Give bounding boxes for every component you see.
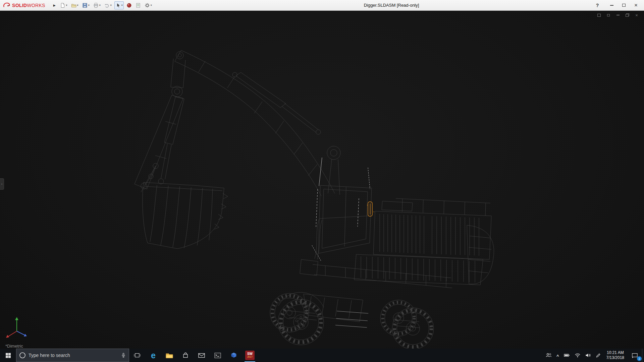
edge-button[interactable]: e xyxy=(145,349,161,362)
maximize-button[interactable] xyxy=(619,2,629,9)
task-view-icon xyxy=(134,353,141,358)
pen-button[interactable] xyxy=(593,349,603,362)
desktop-screen: SOLIDWORKS ▶ ▾ ▾ ▾ xyxy=(0,0,644,362)
cad-cube-icon xyxy=(230,352,237,359)
show-desktop-button[interactable] xyxy=(642,349,644,362)
taskbar: e xyxy=(0,349,644,362)
wireframe-model[interactable] xyxy=(0,11,644,349)
select-tool-button[interactable]: ▾ xyxy=(114,1,124,9)
solidworks-icon: SW 2017 xyxy=(245,351,255,360)
design-table-icon xyxy=(136,3,141,8)
design-table-button[interactable] xyxy=(135,1,142,9)
undo-button[interactable]: ▾ xyxy=(103,1,113,9)
file-explorer-icon xyxy=(166,353,173,358)
action-center-button[interactable]: 2 xyxy=(628,349,642,362)
appearance-button[interactable] xyxy=(125,1,133,9)
people-button[interactable] xyxy=(543,349,554,362)
volume-icon xyxy=(585,353,591,358)
cad-cube-app-button[interactable] xyxy=(226,349,242,362)
save-button[interactable]: ▾ xyxy=(81,1,91,9)
solidworks-taskbar-button[interactable]: SW 2017 xyxy=(242,349,258,362)
battery-icon xyxy=(564,353,570,357)
store-button[interactable] xyxy=(177,349,194,362)
brand-name: SOLIDWORKS xyxy=(12,3,45,8)
clock-date: 7/13/2018 xyxy=(606,355,624,360)
network-button[interactable] xyxy=(572,349,583,362)
close-button[interactable]: × xyxy=(631,2,641,9)
command-prompt-button[interactable] xyxy=(210,349,226,362)
battery-button[interactable] xyxy=(561,349,572,362)
notification-badge: 2 xyxy=(637,356,642,361)
doc-minimize-button[interactable] xyxy=(615,13,621,17)
appearance-sphere-icon xyxy=(126,3,132,8)
doc-restore-button[interactable] xyxy=(625,13,630,17)
menu-flyout-arrow-icon[interactable]: ▶ xyxy=(53,4,56,7)
orientation-triad xyxy=(3,314,32,340)
tray-overflow-button[interactable]: ^ xyxy=(554,349,561,362)
panel-collapse-icon: ‹ xyxy=(1,182,2,186)
panel-collapse-tab[interactable]: ‹ xyxy=(0,178,4,190)
window-small-icon xyxy=(607,14,610,16)
pen-icon xyxy=(596,353,601,358)
options-gear-icon xyxy=(145,3,150,8)
clock[interactable]: 10:21 AM 7/13/2018 xyxy=(603,349,628,362)
excavator-bucket xyxy=(143,182,228,249)
save-icon xyxy=(82,3,88,8)
minimize-icon xyxy=(610,5,613,6)
volume-button[interactable] xyxy=(583,349,593,362)
open-icon xyxy=(71,3,76,8)
titlebar: SOLIDWORKS ▶ ▾ ▾ ▾ xyxy=(0,0,644,11)
solidworks-logo: SOLIDWORKS xyxy=(0,0,49,10)
doc-close-icon: × xyxy=(635,13,638,17)
document-window-controls: × xyxy=(596,13,639,17)
print-icon xyxy=(93,3,99,8)
options-button[interactable]: ▾ xyxy=(144,1,153,9)
maximize-icon xyxy=(622,4,626,7)
task-view-button[interactable] xyxy=(129,349,145,362)
search-input[interactable] xyxy=(29,353,118,358)
store-icon xyxy=(182,352,189,358)
start-icon xyxy=(5,353,11,358)
excavator-chassis xyxy=(278,219,452,328)
system-tray: ^ xyxy=(543,349,644,362)
window-controls: ? × xyxy=(593,2,644,9)
start-button[interactable] xyxy=(0,349,16,362)
undo-icon xyxy=(104,3,110,8)
clock-time: 10:21 AM xyxy=(607,350,624,355)
file-explorer-button[interactable] xyxy=(161,349,177,362)
mail-button[interactable] xyxy=(194,349,210,362)
print-button[interactable]: ▾ xyxy=(92,1,102,9)
dassault-swirl-icon xyxy=(3,2,11,9)
document-title: Digger.SLDASM [Read-only] xyxy=(364,0,419,11)
doc-cascade-button[interactable] xyxy=(606,13,611,17)
minimize-button[interactable] xyxy=(607,2,616,9)
wifi-icon xyxy=(575,353,581,358)
taskbar-search[interactable] xyxy=(16,349,129,362)
search-ring-icon xyxy=(19,352,26,359)
help-button[interactable]: ? xyxy=(593,3,602,8)
edge-icon: e xyxy=(151,351,156,360)
select-cursor-icon xyxy=(115,3,121,8)
excavator-arm xyxy=(135,50,340,196)
people-icon xyxy=(546,353,552,358)
mail-icon xyxy=(198,353,205,358)
view-orientation-label: *Dimetric xyxy=(5,344,23,349)
microphone-icon[interactable] xyxy=(121,353,126,358)
excavator-body xyxy=(318,185,494,285)
command-prompt-icon xyxy=(214,353,221,358)
doc-new-window-button[interactable] xyxy=(596,13,602,17)
graphics-area[interactable]: × ‹ *Dimetric xyxy=(0,11,644,349)
standard-toolbar: ▾ ▾ ▾ ▾ xyxy=(59,1,153,9)
chevron-up-icon: ^ xyxy=(556,354,559,359)
open-button[interactable]: ▾ xyxy=(70,1,79,9)
doc-restore-icon xyxy=(626,13,629,17)
window-icon xyxy=(597,14,601,17)
new-document-icon xyxy=(60,3,65,8)
new-document-button[interactable]: ▾ xyxy=(59,1,68,9)
close-icon: × xyxy=(634,2,638,8)
doc-minimize-icon xyxy=(616,15,620,15)
doc-close-button[interactable]: × xyxy=(634,13,639,17)
